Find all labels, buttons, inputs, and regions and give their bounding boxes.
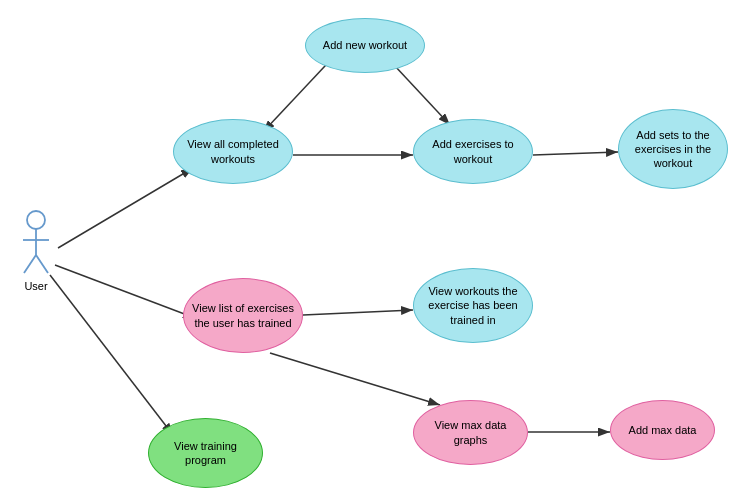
node-view-max-data: View max data graphs [413, 400, 528, 465]
node-view-list-exercises: View list of exercises the user has trai… [183, 278, 303, 353]
svg-line-3 [50, 275, 173, 435]
actor: User [18, 210, 54, 292]
node-add-sets: Add sets to the exercises in the workout [618, 109, 728, 189]
svg-line-7 [533, 152, 618, 155]
svg-line-9 [270, 353, 440, 405]
node-view-all-completed: View all completed workouts [173, 119, 293, 184]
node-add-exercises: Add exercises to workout [413, 119, 533, 184]
node-add-max-data: Add max data [610, 400, 715, 460]
svg-line-2 [55, 265, 195, 318]
svg-line-8 [303, 310, 413, 315]
node-view-training-program: View training program [148, 418, 263, 488]
svg-point-11 [27, 211, 45, 229]
svg-line-1 [58, 168, 193, 248]
actor-label: User [24, 280, 47, 292]
svg-line-15 [36, 255, 48, 273]
node-view-workouts-exercise: View workouts the exercise has been trai… [413, 268, 533, 343]
diagram: User Add new workout View all completed … [0, 0, 741, 502]
node-add-new-workout: Add new workout [305, 18, 425, 73]
svg-line-14 [24, 255, 36, 273]
stick-figure [18, 210, 54, 280]
